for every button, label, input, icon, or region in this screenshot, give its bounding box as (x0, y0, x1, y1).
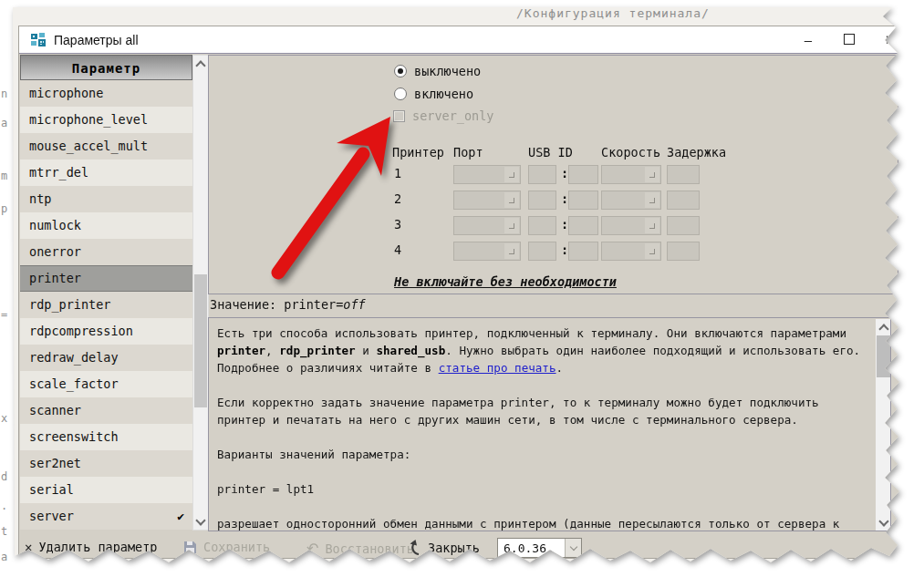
speed-select[interactable] (601, 242, 661, 261)
radio-off[interactable]: выключено (394, 64, 481, 78)
sidebar-item-scale_factor[interactable]: scale_factor (20, 371, 192, 397)
printer-row-2: 2: (209, 191, 898, 210)
sidebar-item-rdpcompression[interactable]: rdpcompression (20, 318, 192, 345)
close-dialog-button[interactable]: Закрыть (408, 540, 480, 555)
dropdown-button (645, 167, 659, 182)
parameter-list-header: Параметр (20, 55, 192, 80)
article-link[interactable]: статье про печать (439, 361, 556, 375)
usb-separator: : (561, 191, 568, 206)
col-speed: Скорость (601, 145, 660, 160)
restore-button[interactable]: ↶ Восстановить (306, 540, 414, 557)
close-button[interactable]: ✕ (882, 26, 898, 54)
dropdown-button (504, 218, 519, 233)
maximize-icon (844, 34, 855, 45)
printer-number: 3 (394, 217, 401, 232)
usb-separator: : (561, 242, 568, 257)
scroll-up-icon[interactable] (876, 320, 891, 335)
save-button[interactable]: Сохранить (183, 540, 270, 554)
parameter-label: ser2net (29, 456, 81, 470)
sidebar-item-numlock[interactable]: numlock (20, 212, 192, 239)
scrollbar-thumb[interactable] (877, 335, 890, 377)
value-line: Значение: printer=off (210, 297, 366, 312)
description-paragraph: Есть три способа использовать принтер, п… (217, 325, 869, 376)
sidebar-item-printer[interactable]: printer (20, 265, 192, 292)
scroll-down-icon[interactable] (193, 514, 208, 529)
parameter-label: scanner (29, 403, 81, 417)
radio-on[interactable]: включено (394, 87, 473, 101)
sidebar-item-server[interactable]: server✔ (20, 503, 192, 530)
speed-select[interactable] (601, 216, 661, 235)
usb-vendor-field[interactable] (528, 191, 556, 210)
printer-row-1: 1: (209, 165, 898, 184)
parameter-label: printer (29, 271, 81, 285)
sidebar-item-ser2net[interactable]: ser2net (20, 450, 192, 477)
speed-select[interactable] (601, 165, 661, 184)
sidebar-item-onerror[interactable]: onerror (20, 239, 192, 265)
maximize-button[interactable] (841, 26, 857, 54)
usb-product-field[interactable] (568, 165, 598, 184)
delete-parameter-button[interactable]: ✕ Удалить параметр (25, 540, 157, 554)
port-select[interactable] (453, 191, 521, 210)
usb-product-field[interactable] (568, 216, 598, 235)
dropdown-button (645, 192, 659, 208)
warning-link[interactable]: Не включайте без необходимости (391, 274, 619, 289)
delay-field[interactable] (667, 191, 700, 210)
close-arrow-icon (408, 540, 421, 555)
scrollbar-thumb[interactable] (194, 274, 207, 407)
bold-term: printer (217, 344, 265, 357)
chevron-down-icon (649, 249, 655, 254)
value-label: Значение: (210, 297, 276, 312)
bold-term: rdp_printer (279, 344, 355, 357)
sidebar-item-mtrr_del[interactable]: mtrr_del (20, 160, 192, 186)
description-scrollbar[interactable] (876, 319, 891, 531)
col-port: Порт (453, 145, 483, 160)
sidebar-item-serial[interactable]: serial (20, 477, 192, 503)
port-select[interactable] (453, 242, 521, 261)
minimize-button[interactable]: – (800, 26, 816, 54)
description-paragraph: Варианты значений параметра: (217, 446, 869, 463)
close-dialog-label: Закрыть (428, 541, 480, 555)
delay-field[interactable] (667, 216, 700, 235)
port-select[interactable] (453, 216, 521, 235)
sidebar-item-screenswitch[interactable]: screenswitch (20, 424, 192, 450)
chevron-down-icon (649, 172, 655, 178)
parameters-window: Параметры all – ✕ Параметр microphonemic… (18, 26, 910, 559)
printer-number: 4 (394, 242, 401, 257)
version-dropdown-button[interactable] (565, 539, 581, 557)
version-select[interactable]: 6.0.36 (497, 538, 582, 558)
chevron-down-icon (509, 249, 514, 254)
radio-off-icon (394, 65, 407, 77)
usb-vendor-field[interactable] (528, 216, 556, 235)
sidebar-item-redraw_delay[interactable]: redraw_delay (20, 345, 192, 371)
sidebar-item-scanner[interactable]: scanner (20, 397, 192, 424)
usb-product-field[interactable] (568, 191, 598, 210)
sidebar-item-rdp_printer[interactable]: rdp_printer (20, 292, 192, 318)
description-text: разрешает односторонний обмен данными с … (217, 517, 839, 531)
usb-vendor-field[interactable] (528, 165, 556, 184)
delay-field[interactable] (667, 165, 700, 184)
speed-select[interactable] (601, 191, 661, 210)
parameter-label: ntp (29, 191, 51, 206)
usb-vendor-field[interactable] (528, 242, 556, 261)
chevron-down-icon (509, 198, 514, 203)
parameter-label: mtrr_del (29, 165, 88, 180)
chevron-down-icon (649, 223, 655, 229)
scroll-down-icon[interactable] (876, 515, 891, 530)
description-paragraph: Если корректно задать значение параметра… (217, 394, 869, 428)
description-text: , (265, 344, 279, 357)
sidebar-item-microphone[interactable]: microphone (20, 80, 192, 107)
server-only-checkbox[interactable]: server_only (393, 108, 493, 123)
parameter-label: onerror (29, 244, 81, 259)
description-text: Есть три способа использовать принтер, п… (217, 326, 846, 340)
sidebar-item-microphone_level[interactable]: microphone_level (20, 107, 192, 133)
scroll-up-icon[interactable] (193, 57, 208, 71)
usb-product-field[interactable] (568, 242, 598, 261)
parameter-list-scrollbar[interactable] (192, 55, 209, 531)
sidebar-item-ntp[interactable]: ntp (20, 186, 192, 212)
parameter-label: server (29, 509, 74, 523)
parameter-list: microphonemicrophone_levelmouse_accel_mu… (20, 80, 192, 531)
bold-term: shared_usb (376, 344, 445, 357)
delay-field[interactable] (667, 242, 700, 261)
sidebar-item-mouse_accel_mult[interactable]: mouse_accel_mult (20, 133, 192, 160)
port-select[interactable] (453, 165, 521, 184)
